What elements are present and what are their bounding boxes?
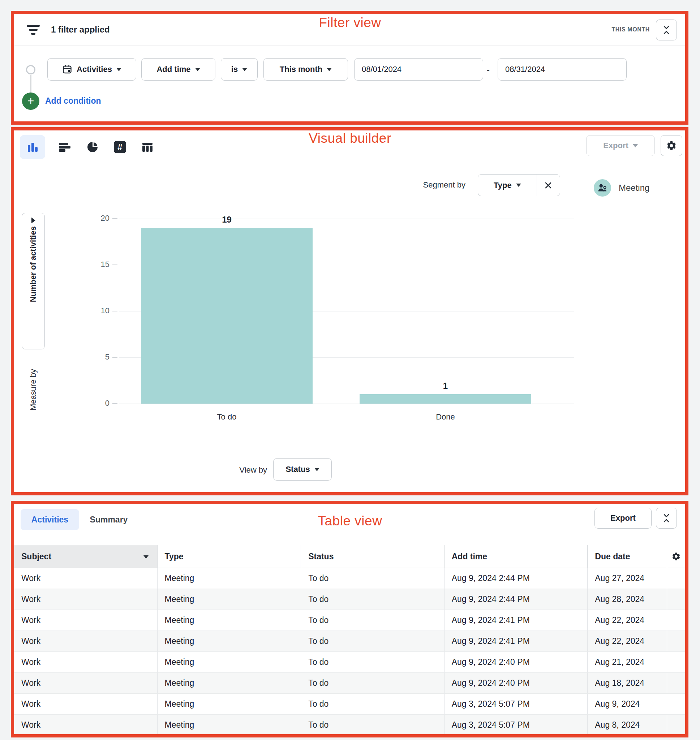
field-dropdown-label: Add time (156, 65, 190, 74)
table-row[interactable]: WorkMeetingTo doAug 3, 2024 5:07 PMAug 9… (14, 694, 685, 715)
chart-type-table-button[interactable] (135, 135, 160, 159)
chevron-down-icon (633, 144, 638, 147)
y-axis-title: Number of activities (29, 226, 38, 302)
entity-dropdown[interactable]: Activities (47, 58, 136, 81)
bar-value-label: 1 (424, 381, 467, 391)
cell-actions (667, 694, 685, 714)
table-export-button[interactable]: Export (594, 508, 651, 529)
cell-actions (667, 589, 685, 609)
table-row[interactable]: WorkMeetingTo doAug 3, 2024 5:07 PMAug 8… (14, 715, 685, 736)
chevron-down-icon (195, 68, 200, 71)
meeting-people-icon (597, 182, 608, 193)
cell-subject: Work (14, 631, 157, 652)
cell-due-date: Aug 9, 2024 (588, 694, 667, 714)
cell-add-time: Aug 9, 2024 2:41 PM (444, 610, 588, 630)
table-row[interactable]: WorkMeetingTo doAug 9, 2024 2:41 PMAug 2… (14, 631, 685, 652)
tick-mark-5 (112, 357, 118, 358)
y-axis-measure-button[interactable]: Number of activities (22, 213, 45, 349)
operator-dropdown[interactable]: is (221, 58, 258, 81)
chart-type-bar-button[interactable] (51, 135, 77, 159)
y-tick-label-10: 10 (72, 306, 109, 316)
column-header-subject[interactable]: Subject (14, 545, 157, 568)
collapse-table-section-button[interactable] (656, 508, 677, 529)
tick-mark-0 (112, 403, 118, 404)
segment-remove-button[interactable] (537, 175, 560, 196)
number-icon: # (114, 141, 126, 153)
collapse-filter-section-button[interactable] (656, 19, 677, 40)
chevron-down-icon (516, 184, 521, 187)
cell-actions (667, 568, 685, 589)
value-dropdown[interactable]: This month (263, 58, 348, 81)
view-by-dropdown[interactable]: Status (273, 458, 332, 480)
cell-add-time: Aug 9, 2024 2:40 PM (444, 652, 588, 672)
cell-status: To do (301, 652, 444, 672)
measure-by-label-wrap: Measure by (22, 359, 45, 420)
cell-type: Meeting (157, 673, 301, 693)
column-header-due-date[interactable]: Due date (588, 545, 667, 568)
table-row[interactable]: WorkMeetingTo doAug 9, 2024 2:40 PMAug 2… (14, 652, 685, 673)
field-dropdown[interactable]: Add time (141, 58, 215, 81)
chevron-down-icon (242, 68, 247, 71)
tick-mark-20 (112, 218, 118, 219)
cell-due-date: Aug 28, 2024 (588, 589, 667, 609)
cell-add-time: Aug 9, 2024 2:40 PM (444, 673, 588, 693)
table-body: WorkMeetingTo doAug 9, 2024 2:44 PMAug 2… (14, 568, 685, 736)
column-header-add-time[interactable]: Add time (444, 545, 588, 568)
column-header-status[interactable]: Status (301, 545, 444, 568)
chart-type-pie-button[interactable] (80, 135, 105, 159)
cell-add-time: Aug 9, 2024 2:41 PM (444, 631, 588, 652)
x-category-label: To do (184, 412, 270, 422)
date-from-input[interactable]: 08/01/2024 (354, 58, 483, 81)
tab-activities[interactable]: Activities (21, 509, 79, 530)
date-to-input[interactable]: 08/31/2024 (498, 58, 626, 81)
add-condition-label[interactable]: Add condition (45, 96, 101, 106)
chart-type-column-button[interactable] (20, 135, 45, 159)
chart-settings-button[interactable] (660, 135, 682, 156)
filter-lines-icon (26, 24, 41, 36)
sort-descending-icon (143, 555, 149, 559)
table-settings-button[interactable] (667, 545, 685, 568)
bar-done[interactable] (360, 394, 531, 404)
legend-item-label[interactable]: Meeting (619, 183, 649, 193)
condition-connector (30, 75, 31, 92)
cell-type: Meeting (157, 652, 301, 672)
chart-type-number-button[interactable]: # (107, 135, 132, 159)
segment-by-dropdown[interactable]: Type (478, 175, 537, 196)
expand-right-icon (31, 217, 35, 223)
table-row[interactable]: WorkMeetingTo doAug 9, 2024 2:44 PMAug 2… (14, 568, 685, 589)
legend-panel: Meeting (578, 164, 685, 492)
table-row[interactable]: WorkMeetingTo doAug 9, 2024 2:40 PMAug 1… (14, 673, 685, 694)
table-row[interactable]: WorkMeetingTo doAug 9, 2024 2:44 PMAug 2… (14, 589, 685, 610)
operator-dropdown-label: is (231, 65, 238, 74)
cell-actions (667, 715, 685, 735)
filter-header-divider (14, 46, 685, 46)
collapse-icon (662, 25, 671, 35)
table-columns-icon (141, 141, 154, 153)
cell-subject: Work (14, 568, 157, 589)
export-button-disabled[interactable]: Export (586, 135, 655, 156)
gear-icon (666, 140, 677, 151)
cell-type: Meeting (157, 715, 301, 735)
chevron-down-icon (315, 468, 319, 471)
cell-actions (667, 631, 685, 652)
cell-status: To do (301, 694, 444, 714)
cell-due-date: Aug 21, 2024 (588, 652, 667, 672)
y-tick-label-5: 5 (72, 352, 109, 362)
plus-icon: + (28, 95, 34, 107)
measure-by-label: Measure by (29, 369, 38, 410)
date-range-separator: - (487, 65, 490, 75)
add-condition-button[interactable]: + (22, 92, 40, 110)
y-tick-label-20: 20 (72, 214, 109, 223)
view-by-value: Status (285, 465, 310, 474)
activities-table: SubjectTypeStatusAdd timeDue date WorkMe… (14, 545, 685, 736)
bar-value-label: 19 (205, 214, 249, 225)
cell-type: Meeting (157, 694, 301, 714)
column-header-type[interactable]: Type (157, 545, 301, 568)
cell-status: To do (301, 568, 444, 589)
table-row[interactable]: WorkMeetingTo doAug 9, 2024 2:41 PMAug 2… (14, 610, 685, 631)
gridline-20 (119, 219, 574, 219)
legend-item-swatch[interactable] (594, 179, 611, 197)
tab-summary[interactable]: Summary (86, 509, 132, 530)
bar-to-do[interactable] (141, 228, 313, 404)
cell-status: To do (301, 715, 444, 735)
